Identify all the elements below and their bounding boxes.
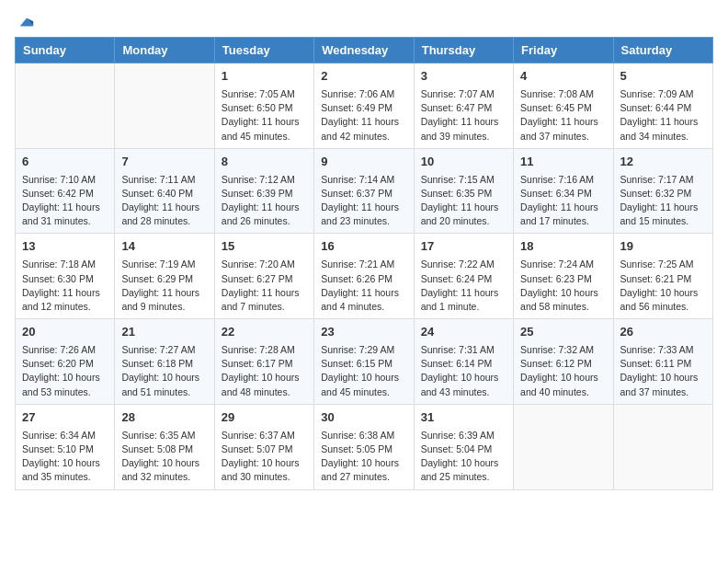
daylight-text: Daylight: 11 hours and 39 minutes. <box>421 116 499 141</box>
calendar-cell: 9Sunrise: 7:14 AMSunset: 6:37 PMDaylight… <box>314 148 414 234</box>
day-number: 25 <box>520 324 606 341</box>
daylight-text: Daylight: 10 hours and 53 minutes. <box>22 372 100 396</box>
calendar-day-header: Tuesday <box>214 38 313 63</box>
calendar-cell: 14Sunrise: 7:19 AMSunset: 6:29 PMDayligh… <box>115 234 214 319</box>
calendar-week-row: 20Sunrise: 7:26 AMSunset: 6:20 PMDayligh… <box>16 319 713 405</box>
calendar-cell: 5Sunrise: 7:09 AMSunset: 6:44 PMDaylight… <box>613 63 712 149</box>
calendar-cell: 11Sunrise: 7:16 AMSunset: 6:34 PMDayligh… <box>514 148 613 234</box>
day-number: 31 <box>421 409 506 427</box>
day-number: 30 <box>321 409 406 427</box>
sunrise-text: Sunrise: 6:35 AM <box>121 430 195 441</box>
calendar-cell: 22Sunrise: 7:28 AMSunset: 6:17 PMDayligh… <box>214 319 313 405</box>
calendar-cell <box>613 404 712 489</box>
sunrise-text: Sunrise: 7:17 AM <box>620 174 694 185</box>
day-number: 18 <box>520 238 606 256</box>
calendar-cell: 12Sunrise: 7:17 AMSunset: 6:32 PMDayligh… <box>613 148 712 234</box>
sunset-text: Sunset: 6:44 PM <box>620 102 692 113</box>
daylight-text: Daylight: 10 hours and 35 minutes. <box>22 457 100 482</box>
calendar-cell: 30Sunrise: 6:38 AMSunset: 5:05 PMDayligh… <box>314 404 414 489</box>
day-number: 23 <box>321 324 406 341</box>
sunset-text: Sunset: 6:24 PM <box>421 273 493 284</box>
daylight-text: Daylight: 11 hours and 42 minutes. <box>321 116 399 141</box>
day-number: 10 <box>421 154 506 171</box>
daylight-text: Daylight: 11 hours and 23 minutes. <box>321 201 399 226</box>
day-number: 15 <box>222 238 307 256</box>
logo-icon <box>18 15 35 31</box>
calendar-day-header: Thursday <box>414 38 513 63</box>
sunrise-text: Sunrise: 7:19 AM <box>121 259 195 270</box>
calendar-day-header: Sunday <box>16 38 115 63</box>
sunset-text: Sunset: 6:37 PM <box>321 188 392 199</box>
daylight-text: Daylight: 10 hours and 32 minutes. <box>121 457 199 482</box>
calendar-cell: 13Sunrise: 7:18 AMSunset: 6:30 PMDayligh… <box>16 234 115 319</box>
calendar-cell: 31Sunrise: 6:39 AMSunset: 5:04 PMDayligh… <box>414 404 513 489</box>
calendar-cell: 2Sunrise: 7:06 AMSunset: 6:49 PMDaylight… <box>314 63 414 149</box>
daylight-text: Daylight: 10 hours and 40 minutes. <box>520 372 598 396</box>
sunset-text: Sunset: 6:17 PM <box>222 358 293 369</box>
calendar-cell <box>115 63 214 149</box>
sunset-text: Sunset: 6:26 PM <box>321 273 392 284</box>
sunrise-text: Sunrise: 7:07 AM <box>421 88 495 99</box>
day-number: 2 <box>321 68 406 86</box>
daylight-text: Daylight: 11 hours and 31 minutes. <box>22 201 100 226</box>
day-number: 13 <box>22 238 108 256</box>
sunset-text: Sunset: 6:39 PM <box>222 188 293 199</box>
calendar-week-row: 27Sunrise: 6:34 AMSunset: 5:10 PMDayligh… <box>16 404 713 489</box>
calendar-day-header: Wednesday <box>314 38 414 63</box>
daylight-text: Daylight: 10 hours and 48 minutes. <box>222 372 300 396</box>
day-number: 5 <box>620 68 706 86</box>
sunset-text: Sunset: 6:14 PM <box>421 358 493 369</box>
day-number: 4 <box>520 68 606 86</box>
calendar-cell: 1Sunrise: 7:05 AMSunset: 6:50 PMDaylight… <box>214 63 313 149</box>
calendar-header-row: SundayMondayTuesdayWednesdayThursdayFrid… <box>16 38 713 63</box>
sunrise-text: Sunrise: 6:39 AM <box>421 430 495 441</box>
sunrise-text: Sunrise: 6:37 AM <box>222 430 295 441</box>
logo <box>15 15 35 26</box>
calendar-day-header: Monday <box>115 38 214 63</box>
daylight-text: Daylight: 10 hours and 43 minutes. <box>421 372 499 396</box>
day-number: 6 <box>22 154 108 171</box>
day-number: 29 <box>222 409 307 427</box>
sunrise-text: Sunrise: 7:09 AM <box>620 88 694 99</box>
daylight-text: Daylight: 10 hours and 58 minutes. <box>520 287 598 312</box>
sunrise-text: Sunrise: 7:24 AM <box>520 259 594 270</box>
calendar-cell: 4Sunrise: 7:08 AMSunset: 6:45 PMDaylight… <box>514 63 613 149</box>
sunset-text: Sunset: 6:21 PM <box>620 273 692 284</box>
sunset-text: Sunset: 6:23 PM <box>520 273 592 284</box>
daylight-text: Daylight: 11 hours and 45 minutes. <box>222 116 300 141</box>
calendar-cell: 25Sunrise: 7:32 AMSunset: 6:12 PMDayligh… <box>514 319 613 405</box>
calendar-cell: 26Sunrise: 7:33 AMSunset: 6:11 PMDayligh… <box>613 319 712 405</box>
calendar-cell: 7Sunrise: 7:11 AMSunset: 6:40 PMDaylight… <box>115 148 214 234</box>
calendar-week-row: 1Sunrise: 7:05 AMSunset: 6:50 PMDaylight… <box>16 63 713 149</box>
sunset-text: Sunset: 6:50 PM <box>222 102 293 113</box>
day-number: 20 <box>22 324 108 341</box>
sunset-text: Sunset: 6:15 PM <box>321 358 392 369</box>
day-number: 22 <box>222 324 307 341</box>
calendar-cell: 17Sunrise: 7:22 AMSunset: 6:24 PMDayligh… <box>414 234 513 319</box>
day-number: 11 <box>520 154 606 171</box>
daylight-text: Daylight: 10 hours and 45 minutes. <box>321 372 399 396</box>
daylight-text: Daylight: 11 hours and 28 minutes. <box>121 201 199 226</box>
sunset-text: Sunset: 6:27 PM <box>222 273 293 284</box>
daylight-text: Daylight: 11 hours and 34 minutes. <box>620 116 699 141</box>
daylight-text: Daylight: 11 hours and 12 minutes. <box>22 287 100 312</box>
day-number: 17 <box>421 238 506 256</box>
calendar-cell <box>514 404 613 489</box>
day-number: 28 <box>121 409 207 427</box>
daylight-text: Daylight: 11 hours and 9 minutes. <box>121 287 199 312</box>
sunrise-text: Sunrise: 7:32 AM <box>520 344 594 355</box>
daylight-text: Daylight: 10 hours and 56 minutes. <box>620 287 699 312</box>
sunset-text: Sunset: 6:18 PM <box>121 358 193 369</box>
sunrise-text: Sunrise: 7:16 AM <box>520 174 594 185</box>
daylight-text: Daylight: 11 hours and 1 minute. <box>421 287 499 312</box>
calendar-cell: 29Sunrise: 6:37 AMSunset: 5:07 PMDayligh… <box>214 404 313 489</box>
calendar-cell: 6Sunrise: 7:10 AMSunset: 6:42 PMDaylight… <box>16 148 115 234</box>
sunrise-text: Sunrise: 7:11 AM <box>121 174 195 185</box>
sunrise-text: Sunrise: 7:18 AM <box>22 259 96 270</box>
sunset-text: Sunset: 6:45 PM <box>520 102 592 113</box>
day-number: 27 <box>22 409 108 427</box>
sunset-text: Sunset: 6:12 PM <box>520 358 592 369</box>
calendar-week-row: 13Sunrise: 7:18 AMSunset: 6:30 PMDayligh… <box>16 234 713 319</box>
sunset-text: Sunset: 6:20 PM <box>22 358 94 369</box>
sunrise-text: Sunrise: 7:05 AM <box>222 88 295 99</box>
